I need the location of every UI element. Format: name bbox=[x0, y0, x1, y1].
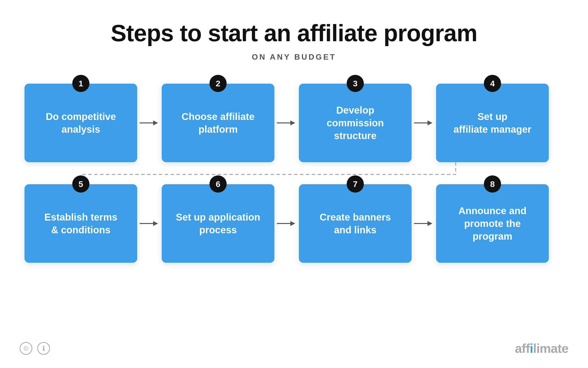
step-3-wrapper: 3 Developcommissionstructure bbox=[299, 84, 412, 162]
step-7-wrapper: 7 Create bannersand links bbox=[299, 184, 412, 263]
step-row-1: 1 Do competitiveanalysis 2 Choose bbox=[24, 84, 549, 162]
step-2-badge: 2 bbox=[209, 75, 227, 92]
svg-marker-12 bbox=[428, 221, 432, 226]
step-5-label: Establish terms& conditions bbox=[37, 211, 125, 236]
footer: © ℹ affilimate bbox=[0, 341, 588, 356]
step-4-label: Set upaffiliate manager bbox=[446, 110, 539, 136]
main-title: Steps to start an affiliate program bbox=[111, 20, 477, 47]
step-2-label: Choose affiliateplatform bbox=[174, 110, 262, 136]
step-4-badge: 4 bbox=[484, 75, 501, 92]
page-container: Steps to start an affiliate program ON A… bbox=[0, 0, 588, 368]
step-7-badge: 7 bbox=[347, 175, 364, 193]
svg-marker-10 bbox=[290, 221, 295, 226]
arrow-2-3 bbox=[274, 118, 299, 128]
step-6-wrapper: 6 Set up applicationprocess bbox=[162, 184, 274, 263]
arrow-3-4 bbox=[412, 118, 436, 128]
steps-container: 1 Do competitiveanalysis 2 Choose bbox=[24, 84, 564, 263]
step-7-box[interactable]: 7 Create bannersand links bbox=[299, 184, 412, 263]
brand-accent: i bbox=[530, 341, 533, 355]
arrow-5-6 bbox=[137, 219, 162, 228]
step-6-label: Set up applicationprocess bbox=[169, 211, 268, 236]
arrow-7-8 bbox=[412, 219, 436, 228]
step-3-label: Developcommissionstructure bbox=[319, 104, 391, 142]
step-4-wrapper: 4 Set upaffiliate manager bbox=[436, 84, 549, 162]
step-8-box[interactable]: 8 Announce andpromote theprogram bbox=[436, 184, 549, 263]
cc-icon: © bbox=[20, 342, 32, 355]
svg-marker-3 bbox=[290, 120, 295, 125]
step-8-wrapper: 8 Announce andpromote theprogram bbox=[436, 184, 549, 263]
svg-marker-5 bbox=[428, 120, 432, 125]
arrow-6-7 bbox=[274, 219, 299, 228]
svg-marker-1 bbox=[153, 120, 158, 125]
step-1-box[interactable]: 1 Do competitiveanalysis bbox=[24, 84, 137, 162]
step-3-box[interactable]: 3 Developcommissionstructure bbox=[299, 84, 412, 162]
step-1-label: Do competitiveanalysis bbox=[38, 110, 123, 136]
svg-marker-8 bbox=[153, 221, 158, 226]
arrow-1-2 bbox=[137, 118, 162, 128]
info-icon: ℹ bbox=[37, 342, 50, 355]
footer-icons: © ℹ bbox=[20, 342, 50, 355]
step-5-wrapper: 5 Establish terms& conditions bbox=[24, 184, 137, 263]
step-7-label: Create bannersand links bbox=[312, 211, 398, 236]
step-row-2: 5 Establish terms& conditions 6 S bbox=[24, 184, 549, 263]
dashed-connector bbox=[24, 162, 564, 184]
step-6-badge: 6 bbox=[209, 175, 227, 193]
subtitle: ON ANY BUDGET bbox=[252, 53, 336, 62]
step-2-box[interactable]: 2 Choose affiliateplatform bbox=[162, 84, 274, 162]
step-5-badge: 5 bbox=[72, 175, 89, 193]
step-5-box[interactable]: 5 Establish terms& conditions bbox=[24, 184, 137, 263]
step-1-wrapper: 1 Do competitiveanalysis bbox=[24, 84, 137, 162]
step-8-badge: 8 bbox=[484, 175, 501, 193]
step-8-label: Announce andpromote theprogram bbox=[451, 204, 534, 243]
step-2-wrapper: 2 Choose affiliateplatform bbox=[162, 84, 274, 162]
step-1-badge: 1 bbox=[72, 75, 89, 92]
step-4-box[interactable]: 4 Set upaffiliate manager bbox=[436, 84, 549, 162]
brand-name: affilimate bbox=[515, 341, 568, 356]
step-6-box[interactable]: 6 Set up applicationprocess bbox=[162, 184, 274, 263]
step-3-badge: 3 bbox=[347, 75, 364, 92]
